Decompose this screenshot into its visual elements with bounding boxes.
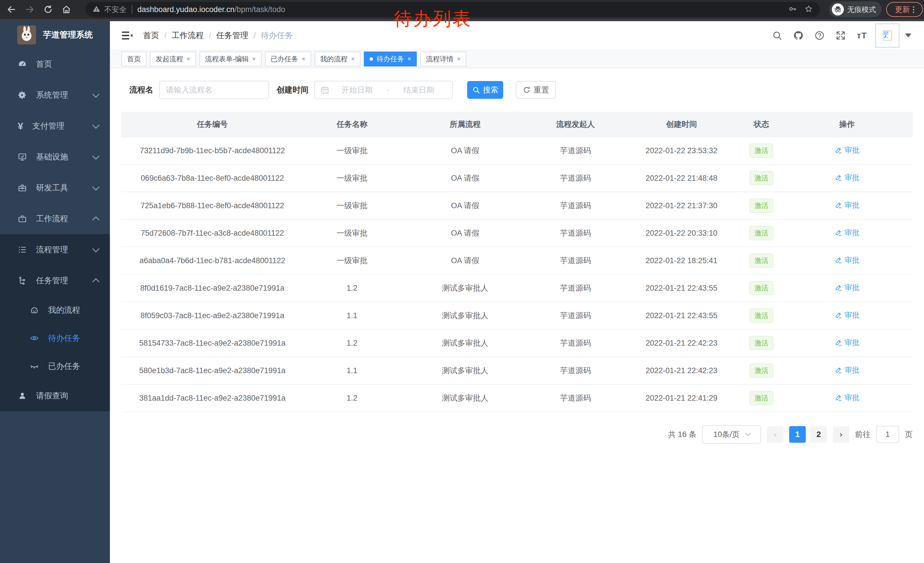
cell-task-id: 75d72608-7b7f-11ec-a3c8-acde48001122: [122, 219, 303, 247]
sidebar-item-task-mgmt[interactable]: 任务管理: [0, 265, 110, 296]
sidebar-item-home[interactable]: 首页: [0, 49, 110, 80]
cell-task-id: 381aa1dd-7ac8-11ec-a9e2-a2380e71991a: [122, 384, 303, 412]
sidebar-toggle-icon[interactable]: [122, 31, 133, 41]
calendar-icon: [321, 86, 329, 94]
key-icon[interactable]: [788, 5, 797, 14]
sidebar-item-done-tasks[interactable]: 已办任务: [0, 352, 110, 380]
filter-bar: 流程名 请输入流程名 创建时间 开始日期 - 结束日期 搜索 重置: [122, 81, 912, 99]
approve-link[interactable]: 审批: [834, 310, 860, 320]
search-button-label: 搜索: [483, 85, 498, 95]
close-icon[interactable]: ×: [407, 55, 411, 63]
update-button[interactable]: 更新: [886, 2, 923, 17]
url-path[interactable]: /bpm/task/todo: [234, 5, 285, 14]
cell-process: 测试多审批人: [401, 357, 530, 384]
chevron-down-icon: [92, 183, 99, 191]
sidebar-item-leave-query[interactable]: 请假查询: [0, 380, 110, 411]
process-name-input[interactable]: 请输入流程名: [159, 81, 269, 99]
home-icon[interactable]: [60, 3, 73, 16]
approve-link[interactable]: 审批: [834, 393, 860, 402]
table-row: a6aba0a4-7b6d-11ec-b781-acde48001122 一级审…: [122, 247, 912, 274]
star-icon[interactable]: [804, 5, 813, 14]
app-logo-row[interactable]: 芋道管理系统: [0, 21, 110, 49]
browser-menu-icon[interactable]: [913, 6, 914, 13]
avatar-caret-icon[interactable]: [905, 33, 911, 38]
date-range-input[interactable]: 开始日期 - 结束日期: [314, 81, 453, 99]
close-icon[interactable]: ×: [457, 55, 460, 63]
sidebar-item-payment[interactable]: ¥ 支付管理: [0, 111, 110, 141]
url-host[interactable]: dashboard.yudao.iocoder.cn: [137, 5, 234, 14]
reload-icon[interactable]: [42, 3, 54, 16]
page-button-1[interactable]: 1: [789, 426, 806, 443]
cell-created: 2022-01-21 22:43:55: [621, 302, 742, 329]
gear-icon: [18, 90, 27, 100]
edit-icon: [834, 311, 842, 319]
search-icon[interactable]: [772, 30, 783, 41]
close-icon[interactable]: ×: [302, 55, 305, 63]
tab-待办任务[interactable]: 待办任务 ×: [364, 51, 417, 66]
cell-task-id: a6aba0a4-7b6d-11ec-b781-acde48001122: [122, 247, 303, 274]
next-page-button[interactable]: ›: [833, 426, 849, 443]
tab-流程表单-编辑[interactable]: 流程表单-编辑 ×: [200, 51, 262, 66]
edit-icon: [834, 393, 842, 401]
chevron-down-icon: [745, 431, 751, 436]
security-label[interactable]: 不安全: [104, 5, 126, 15]
sidebar-item-workflow[interactable]: 工作流程: [0, 203, 110, 234]
table-row: 8f0d1619-7ac8-11ec-a9e2-a2380e71991a 1.2…: [122, 274, 912, 302]
tab-已办任务[interactable]: 已办任务 ×: [265, 51, 311, 66]
github-icon[interactable]: [793, 30, 804, 41]
goto-label: 前往: [855, 429, 870, 440]
search-button[interactable]: 搜索: [467, 81, 503, 99]
reset-button[interactable]: 重置: [516, 81, 556, 99]
cell-created: 2022-01-21 22:43:55: [621, 274, 742, 302]
tab-首页[interactable]: 首页: [122, 51, 147, 66]
column-header: 流程发起人: [530, 112, 621, 137]
sidebar-item-todo-tasks[interactable]: 待办任务: [0, 324, 110, 352]
approve-link[interactable]: 审批: [834, 283, 860, 293]
close-icon[interactable]: ×: [351, 55, 355, 63]
page-button-2[interactable]: 2: [810, 426, 827, 443]
approve-link[interactable]: 审批: [834, 228, 860, 238]
page-size-select[interactable]: 10条/页: [702, 425, 761, 444]
tab-发起流程[interactable]: 发起流程 ×: [150, 51, 196, 66]
approve-link[interactable]: 审批: [834, 365, 860, 375]
page-content: 流程名 请输入流程名 创建时间 开始日期 - 结束日期 搜索 重置: [110, 68, 924, 563]
monitor-icon: [18, 152, 27, 162]
close-icon[interactable]: ×: [252, 55, 256, 63]
breadcrumb-item[interactable]: 工作流程: [172, 30, 204, 41]
help-icon[interactable]: [814, 30, 825, 41]
sidebar-item-process-mgmt[interactable]: 流程管理: [0, 234, 110, 265]
breadcrumb-item[interactable]: 首页: [143, 30, 159, 41]
avatar[interactable]: [875, 24, 899, 48]
breadcrumb-item: 待办任务: [261, 30, 293, 41]
approve-link[interactable]: 审批: [834, 338, 860, 348]
start-date-placeholder: 开始日期: [329, 85, 385, 95]
approve-link[interactable]: 审批: [834, 173, 860, 183]
cell-task-id: 725a1eb6-7b88-11ec-8ef0-acde48001122: [122, 192, 303, 219]
chevron-up-icon: [92, 278, 99, 285]
status-badge: 激活: [749, 226, 773, 240]
breadcrumb-item[interactable]: 任务管理: [216, 30, 249, 41]
sidebar-menu: 首页 系统管理 ¥ 支付管理 基础设施 研发工具 工作流程 流程管理 任务管理 …: [0, 49, 110, 411]
table-header: 任务编号任务名称所属流程流程发起人创建时间状态操作: [122, 112, 912, 137]
tab-流程详情[interactable]: 流程详情 ×: [420, 51, 466, 66]
reset-button-label: 重置: [534, 85, 549, 95]
sidebar-item-my-process[interactable]: 我的流程: [0, 296, 110, 324]
approve-link[interactable]: 审批: [834, 200, 860, 210]
approve-link[interactable]: 审批: [834, 145, 860, 155]
prev-page-button[interactable]: ‹: [767, 426, 783, 443]
tab-我的流程[interactable]: 我的流程 ×: [315, 51, 361, 66]
back-icon[interactable]: [5, 3, 18, 16]
user-icon: [18, 391, 27, 400]
cell-process: 测试多审批人: [401, 274, 530, 302]
sidebar-item-system[interactable]: 系统管理: [0, 80, 110, 111]
fullscreen-icon[interactable]: [835, 30, 846, 41]
approve-link[interactable]: 审批: [834, 255, 860, 265]
goto-page-input[interactable]: 1: [876, 426, 899, 443]
font-size-icon[interactable]: тT: [856, 30, 867, 41]
sidebar-item-devtools[interactable]: 研发工具: [0, 173, 110, 203]
warning-icon[interactable]: [92, 5, 101, 14]
close-icon[interactable]: ×: [187, 55, 190, 63]
sidebar-item-infra[interactable]: 基础设施: [0, 141, 110, 173]
tree-icon: [18, 276, 27, 285]
forward-icon[interactable]: [24, 3, 36, 16]
